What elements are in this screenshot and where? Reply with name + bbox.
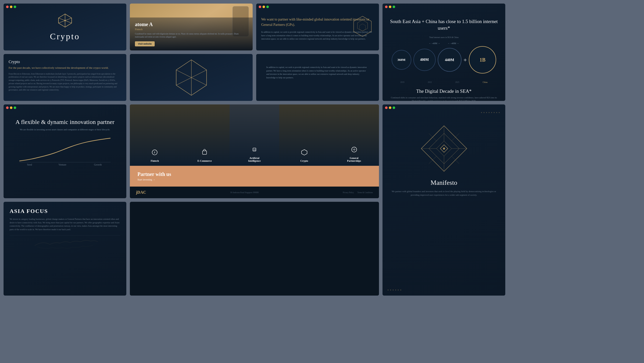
fintech-icon: ₣ (151, 149, 158, 157)
svg-point-46 (443, 148, 445, 150)
window-dot-green (266, 6, 269, 8)
footer-terms[interactable]: Terms & Conditions (357, 191, 373, 194)
svg-text:AI: AI (253, 149, 256, 151)
arrow-40m-2: ← +40M → (448, 42, 459, 45)
category-general[interactable]: General Partnerships (329, 104, 379, 166)
svg-marker-16 (191, 78, 207, 95)
crypto-accent-text: For the past decade, we have collectivel… (9, 66, 121, 70)
year-2019: 2019 (400, 81, 404, 83)
growth-chart: Seed Venture Growth (10, 136, 120, 166)
general-label-sub: Partnerships (347, 159, 361, 162)
window-dot-yellow (10, 6, 12, 8)
footer-logo: jDAC (136, 190, 146, 195)
window-dot-yellow (389, 6, 391, 8)
window-dot-red (6, 6, 9, 8)
ai-label: Artificial (250, 157, 259, 159)
category-ecommerce[interactable]: E-Commerce (180, 104, 230, 166)
card-sea-stats: South East Asia + China has close to 1.5… (383, 4, 505, 101)
wireframe-icon (171, 57, 212, 98)
crypto-body-text: From Bitcoin to Ethereum, from Ethereum … (9, 72, 121, 92)
flexible-subtitle: We are flexible in investing across asse… (10, 128, 120, 132)
card-crypto-hero: Crypto (4, 4, 126, 50)
svg-marker-9 (357, 20, 368, 31)
ecommerce-label: E-Commerce (197, 159, 212, 162)
crypto-section-title: Crypto (9, 60, 121, 64)
general-label: General (350, 157, 358, 159)
svg-text:Growth: Growth (94, 163, 102, 166)
circle-400m: 400M (413, 49, 436, 71)
window-dot-green (14, 6, 16, 8)
svg-marker-3 (65, 18, 72, 23)
card-placeholder (130, 202, 379, 296)
cta-title: Partner with us (137, 171, 171, 177)
arrow-40m-1: ← +40M → (429, 42, 440, 45)
ai-icon: AI (251, 146, 258, 155)
start-investing-text: Start investing → (137, 178, 155, 181)
category-fintech[interactable]: ₣ Fintech (130, 104, 180, 166)
fintech-label: Fintech (151, 159, 159, 162)
svg-marker-15 (176, 70, 191, 85)
categories-row: ₣ Fintech E-Commerce AI Artificial Intel… (130, 104, 379, 166)
year-labels: 2019 2022 2025 China (389, 81, 499, 83)
svg-marker-12 (191, 60, 207, 78)
general-icon (351, 146, 358, 155)
circle-1b: 1B (469, 46, 496, 74)
category-crypto[interactable]: Crypto (279, 104, 329, 166)
dot-grid-decoration (481, 112, 500, 113)
partner-body2-text: In addition to capital, we seek to provi… (266, 66, 369, 79)
cta-section: Partner with us Start investing → // inl… (130, 166, 379, 187)
atome-category: Fintech (135, 28, 248, 31)
year-2025: 2025 (455, 81, 459, 83)
circle-440m: 440M (438, 48, 461, 72)
category-ai[interactable]: AI Artificial Intelligence (230, 104, 279, 166)
atome-overlay: atome A Fintech CurabiturUse munc sed ve… (130, 17, 253, 51)
card-manifesto: Manifesto We partner with global founder… (383, 104, 505, 296)
atome-description: CurabiturUse munc sed velit dignissim do… (135, 32, 248, 39)
svg-text:₣: ₣ (154, 151, 156, 154)
window-dot-red (6, 106, 9, 109)
ai-label-sub: Intelligence (248, 159, 260, 162)
footer-links: Privacy Policy Terms & Conditions (343, 191, 373, 194)
circle-360m: 360M (392, 50, 411, 70)
cta-text-block: Partner with us Start investing → (137, 171, 171, 181)
wireframe-container (135, 60, 248, 95)
plus-sign: + (464, 57, 467, 63)
card-flexible-partner: A flexible & dynamic innovation partner … (4, 104, 126, 198)
svg-marker-17 (176, 78, 191, 95)
card-categories-cta: ₣ Fintech E-Commerce AI Artificial Intel… (130, 104, 379, 198)
card-partner-body: In addition to capital, we seek to provi… (256, 54, 379, 101)
year-2022: 2022 (428, 81, 432, 83)
window-dot-green (393, 6, 395, 8)
visit-website-button[interactable]: Visit website (135, 41, 155, 46)
window-dot-red (385, 6, 388, 8)
digital-decade-title: The Digital Decade in SEA* (389, 88, 499, 94)
manifesto-geo-art (419, 123, 469, 175)
manifesto-body: We partner with global founders and inve… (389, 190, 499, 197)
card-crypto-detail: Crypto For the past decade, we have coll… (4, 54, 126, 101)
atome-logo: atome A (135, 22, 248, 27)
ecommerce-icon (201, 149, 208, 157)
asia-map (10, 235, 120, 256)
window-dot-yellow (10, 106, 12, 109)
crypto-icon (301, 149, 308, 157)
window-dot-green (393, 106, 395, 109)
crypto-diamond-icon (57, 13, 73, 29)
svg-rect-27 (203, 151, 207, 154)
digital-decade-desc: Continued shifts in consumer and merchan… (389, 96, 499, 101)
cta-link[interactable]: Start investing → (137, 178, 171, 181)
partner-body-content: In addition to capital, we seek to provi… (261, 60, 374, 85)
asia-body: We invest in category leading businesses… (10, 217, 120, 231)
svg-marker-10 (359, 24, 366, 31)
footer-address: 30 Anderson Road Singapore 099888 (230, 191, 259, 194)
svg-point-7 (64, 20, 66, 21)
chart-label: Total internet users in SEA & China (389, 36, 499, 39)
window-dot-yellow (389, 106, 391, 109)
footer-privacy[interactable]: Privacy Policy (343, 191, 354, 194)
card-crypto-wireframe (130, 54, 253, 101)
internet-user-circles: 360M 400M 440M + 1B (389, 46, 499, 74)
manifesto-title: Manifesto (431, 179, 457, 187)
svg-marker-13 (176, 60, 191, 78)
sea-headline: South East Asia + China has close to 1.5… (389, 18, 499, 31)
asia-title: ASIA FOCUS (10, 208, 120, 214)
flexible-title: A flexible & dynamic innovation partner (10, 118, 120, 126)
